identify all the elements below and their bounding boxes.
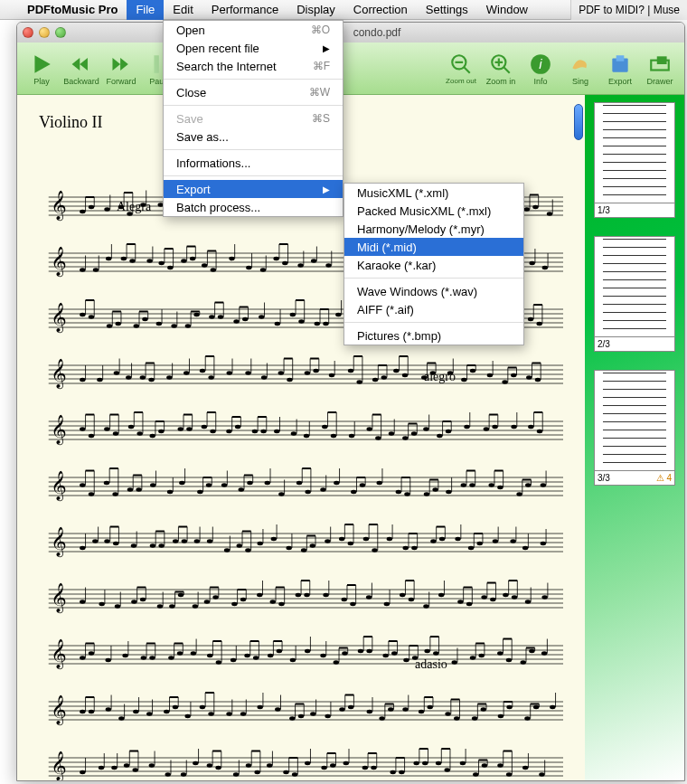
svg-point-362 xyxy=(487,373,493,377)
sing-button[interactable]: Sing xyxy=(561,52,599,86)
menu-separator xyxy=(344,322,523,323)
svg-point-452 xyxy=(464,425,469,429)
forward-button[interactable]: Forward xyxy=(102,52,140,86)
window-titlebar[interactable]: condo.pdf xyxy=(17,23,684,43)
svg-point-937 xyxy=(207,763,212,767)
menu-item-open[interactable]: Open⌘O xyxy=(164,21,343,39)
svg-point-438 xyxy=(389,431,394,435)
export-packed-musicxml[interactable]: Packed MusicXML (*.mxl) xyxy=(344,202,523,220)
menu-item-search-internet[interactable]: Search the Internet⌘F xyxy=(164,57,343,75)
svg-point-482 xyxy=(127,487,133,491)
menu-settings[interactable]: Settings xyxy=(417,0,477,20)
export-submenu: MusicXML (*.xml) Packed MusicXML (*.mxl)… xyxy=(344,183,524,345)
thumbnail-page-2[interactable]: 2/3 xyxy=(594,236,675,352)
zoom-out-button[interactable]: Zoom out xyxy=(442,52,480,85)
menu-edit[interactable]: Edit xyxy=(164,0,202,20)
svg-point-569 xyxy=(131,543,136,547)
svg-point-355 xyxy=(447,371,453,374)
svg-text:𝄞: 𝄞 xyxy=(51,414,67,446)
svg-point-211 xyxy=(134,324,139,327)
svg-point-474 xyxy=(89,492,94,496)
info-button[interactable]: i Info xyxy=(522,52,560,86)
svg-point-426 xyxy=(322,425,327,429)
svg-point-951 xyxy=(283,770,288,774)
svg-point-246 xyxy=(323,322,328,326)
zoom-in-label: Zoom in xyxy=(486,77,516,86)
svg-point-692 xyxy=(342,598,347,601)
export-karaoke[interactable]: Karaoke (*.kar) xyxy=(344,256,523,274)
thumbnail-page-3[interactable]: 3/3⚠ 4 xyxy=(594,370,675,486)
menu-item-informations[interactable]: Informations... xyxy=(164,154,343,172)
export-button[interactable]: Export xyxy=(601,52,639,86)
svg-point-842 xyxy=(164,710,169,713)
svg-point-562 xyxy=(92,539,98,543)
svg-point-410 xyxy=(226,430,231,433)
svg-point-963 xyxy=(344,761,349,765)
svg-point-340 xyxy=(372,378,378,382)
info-label: Info xyxy=(533,77,547,86)
svg-point-382 xyxy=(89,434,94,438)
svg-point-663 xyxy=(178,593,184,597)
traffic-lights xyxy=(23,27,66,38)
svg-text:𝄞: 𝄞 xyxy=(51,694,67,726)
close-window-button[interactable] xyxy=(23,27,33,38)
svg-point-878 xyxy=(379,716,384,720)
svg-point-944 xyxy=(246,763,251,767)
svg-point-456 xyxy=(492,425,497,429)
svg-point-431 xyxy=(349,434,354,438)
play-button[interactable]: Play xyxy=(23,52,61,86)
svg-point-213 xyxy=(142,317,147,321)
svg-point-858 xyxy=(257,705,262,709)
svg-text:𝄞: 𝄞 xyxy=(51,582,67,614)
svg-point-854 xyxy=(226,712,231,715)
browser-tab[interactable]: PDF to MIDI? | Muse xyxy=(570,0,687,20)
svg-point-335 xyxy=(348,369,353,373)
svg-point-758 xyxy=(216,660,221,664)
export-midi[interactable]: Midi (*.mid) xyxy=(344,238,523,256)
menu-window[interactable]: Window xyxy=(477,0,537,20)
svg-point-749 xyxy=(168,656,174,659)
svg-point-701 xyxy=(400,593,405,597)
svg-point-600 xyxy=(310,543,315,547)
export-wave[interactable]: Wave Windows (*.wav) xyxy=(344,282,523,300)
forward-label: Forward xyxy=(106,77,136,86)
svg-point-594 xyxy=(271,537,277,541)
svg-point-152 xyxy=(282,261,287,265)
svg-point-813 xyxy=(506,658,512,662)
zoom-in-button[interactable]: Zoom in xyxy=(482,52,520,86)
svg-point-131 xyxy=(167,266,173,269)
zoom-window-button[interactable] xyxy=(55,27,66,38)
svg-point-116 xyxy=(80,268,85,271)
menu-display[interactable]: Display xyxy=(287,0,344,20)
menu-performance[interactable]: Performance xyxy=(202,0,287,20)
svg-point-520 xyxy=(360,483,365,486)
export-musicxml[interactable]: MusicXML (*.xml) xyxy=(344,184,523,202)
minimize-window-button[interactable] xyxy=(39,27,50,38)
menu-file[interactable]: File xyxy=(127,0,164,20)
svg-point-607 xyxy=(348,542,353,545)
svg-point-708 xyxy=(438,593,444,597)
app-name[interactable]: PDFtoMusic Pro xyxy=(18,3,127,16)
menu-item-export[interactable]: Export▶ xyxy=(164,180,343,198)
export-harmony-melody[interactable]: Harmony/Melody (*.myr) xyxy=(344,220,523,238)
drawer-button[interactable]: Drawer xyxy=(641,52,679,86)
svg-point-994 xyxy=(506,772,512,776)
thumbnail-page-1[interactable]: 1/3 xyxy=(594,102,675,218)
svg-point-435 xyxy=(375,436,381,439)
backward-button[interactable]: Backward xyxy=(62,52,100,86)
export-pictures[interactable]: Pictures (*.bmp) xyxy=(344,326,523,345)
scrollbar-thumb[interactable] xyxy=(574,104,583,140)
svg-point-650 xyxy=(99,602,104,606)
menu-item-close[interactable]: Close⌘W xyxy=(164,83,343,101)
menu-item-save-as[interactable]: Save as... xyxy=(164,128,343,146)
svg-point-525 xyxy=(396,490,401,494)
zoom-out-icon xyxy=(448,52,474,77)
svg-point-216 xyxy=(156,322,162,326)
export-aiff[interactable]: AIFF (*.aif) xyxy=(344,300,523,318)
svg-point-756 xyxy=(207,654,212,657)
menu-item-open-recent[interactable]: Open recent file▶ xyxy=(164,39,343,57)
svg-point-703 xyxy=(409,598,414,601)
svg-point-449 xyxy=(446,430,451,433)
menu-item-batch-process[interactable]: Batch process... xyxy=(164,198,343,216)
menu-correction[interactable]: Correction xyxy=(344,0,417,20)
